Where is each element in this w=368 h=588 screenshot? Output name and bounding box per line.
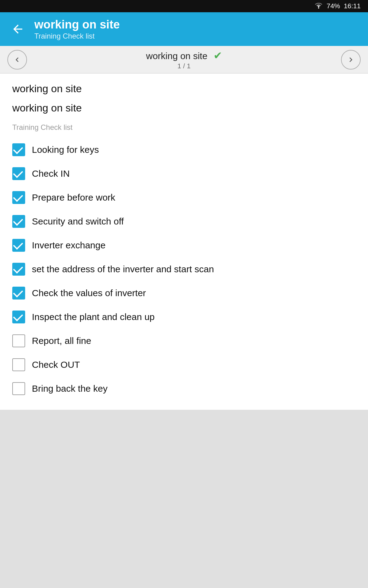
content-area: working on site working on site Training…	[0, 74, 368, 410]
checklist-item[interactable]: Bring back the key	[12, 377, 356, 401]
checkbox-9[interactable]	[12, 358, 25, 371]
bottom-area	[0, 410, 368, 588]
nav-prev-button[interactable]	[7, 50, 27, 70]
checkbox-8[interactable]	[12, 334, 25, 347]
checklist-item-label: Security and switch off	[32, 216, 124, 227]
checklist: Looking for keysCheck INPrepare before w…	[12, 138, 356, 401]
nav-title-text: working on site ✔	[146, 49, 222, 62]
checklist-item-label: Looking for keys	[32, 145, 99, 155]
checkbox-7[interactable]	[12, 311, 25, 323]
time-display: 16:11	[344, 2, 361, 10]
checklist-item[interactable]: Prepare before work	[12, 186, 356, 209]
checklist-item-label: Check OUT	[32, 360, 80, 370]
section-title-sub: working on site	[12, 102, 356, 114]
page-indicator: 1 / 1	[178, 62, 191, 70]
checkbox-2[interactable]	[12, 191, 25, 204]
status-bar: 74% 16:11	[0, 0, 368, 12]
checklist-item-label: Prepare before work	[32, 192, 115, 203]
checklist-item-label: Inspect the plant and clean up	[32, 312, 155, 322]
checklist-item-label: Report, all fine	[32, 336, 91, 346]
checklist-label: Training Check list	[12, 123, 356, 132]
checklist-item[interactable]: Inverter exchange	[12, 233, 356, 257]
checkbox-10[interactable]	[12, 382, 25, 395]
checklist-item-label: set the address of the inverter and star…	[32, 264, 214, 274]
nav-bar: working on site ✔ 1 / 1	[0, 46, 368, 74]
back-button[interactable]	[9, 20, 27, 38]
checklist-item-label: Inverter exchange	[32, 240, 105, 251]
app-bar-subtitle: Training Check list	[34, 32, 120, 40]
nav-title-area: working on site ✔ 1 / 1	[146, 49, 222, 70]
battery-percentage: 74%	[327, 2, 340, 10]
checklist-item[interactable]: Check the values of inverter	[12, 281, 356, 305]
checkbox-6[interactable]	[12, 287, 25, 300]
checkbox-3[interactable]	[12, 215, 25, 228]
app-bar: working on site Training Check list	[0, 12, 368, 46]
nav-checkmark: ✔	[210, 50, 222, 61]
svg-point-0	[318, 7, 319, 9]
checklist-item-label: Check IN	[32, 168, 70, 179]
checklist-item[interactable]: Security and switch off	[12, 209, 356, 233]
checkbox-1[interactable]	[12, 167, 25, 180]
checklist-item-label: Check the values of inverter	[32, 288, 146, 298]
checklist-item[interactable]: Check IN	[12, 162, 356, 186]
checklist-item[interactable]: Check OUT	[12, 353, 356, 377]
checklist-item[interactable]: Report, all fine	[12, 329, 356, 353]
nav-next-button[interactable]	[341, 50, 361, 70]
checklist-item[interactable]: set the address of the inverter and star…	[12, 257, 356, 281]
app-bar-title-area: working on site Training Check list	[34, 18, 120, 40]
wifi-icon	[314, 2, 323, 10]
checklist-item[interactable]: Inspect the plant and clean up	[12, 305, 356, 329]
checkbox-0[interactable]	[12, 143, 25, 156]
section-title-main: working on site	[12, 83, 356, 95]
checklist-item-label: Bring back the key	[32, 383, 108, 394]
checklist-item[interactable]: Looking for keys	[12, 138, 356, 162]
checkbox-5[interactable]	[12, 263, 25, 276]
checkbox-4[interactable]	[12, 239, 25, 252]
app-bar-main-title: working on site	[34, 18, 120, 32]
